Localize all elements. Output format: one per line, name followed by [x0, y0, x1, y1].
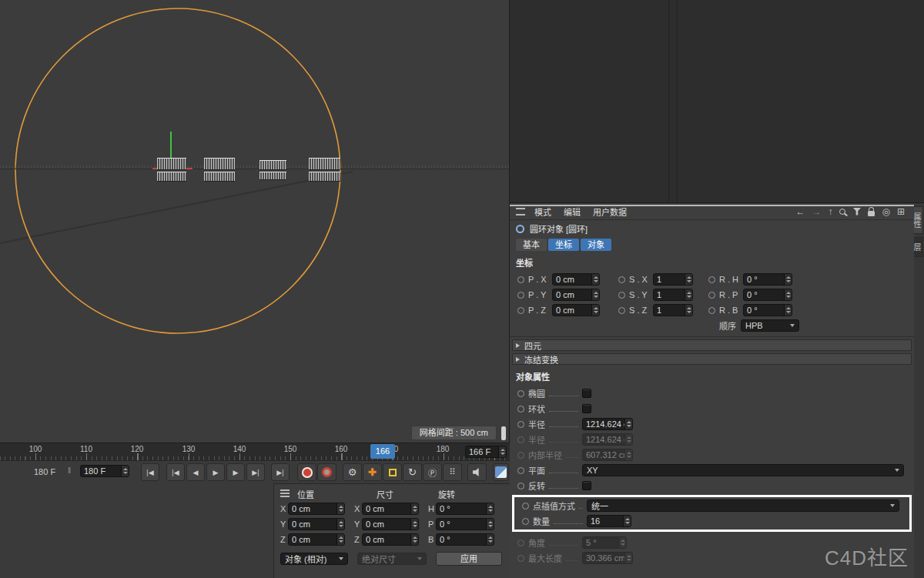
forward-arrow-icon[interactable]: →: [812, 207, 821, 216]
lock-icon[interactable]: [868, 211, 875, 216]
record-circle-icon[interactable]: [517, 292, 524, 299]
timeline-ruler[interactable]: 100 110 120 130 140 150 160 170 180 166 …: [0, 443, 510, 460]
spinner[interactable]: [591, 289, 599, 300]
record-scale-toggle[interactable]: [383, 463, 402, 481]
record-circle-icon[interactable]: [517, 307, 524, 314]
play-button[interactable]: ▶: [206, 463, 225, 481]
scene-object[interactable]: [204, 158, 235, 182]
coord-mode-select[interactable]: 对象 (相对): [280, 553, 348, 565]
record-circle-icon[interactable]: [522, 503, 529, 510]
record-circle-icon[interactable]: [517, 406, 524, 413]
rotation-order-select[interactable]: HPB: [741, 319, 799, 332]
tab-object[interactable]: 对象: [581, 239, 611, 251]
plane-select[interactable]: XY: [582, 464, 904, 476]
record-circle-icon[interactable]: [708, 292, 715, 299]
filter-icon[interactable]: [852, 208, 861, 215]
spinner[interactable]: [591, 305, 599, 316]
up-arrow-icon[interactable]: ↑: [828, 207, 832, 216]
size-z-field[interactable]: 0 cm: [362, 533, 419, 546]
tab-layers-vertical[interactable]: 层: [914, 237, 923, 257]
menu-mode[interactable]: 模式: [534, 205, 551, 218]
record-circle-icon[interactable]: [517, 467, 524, 474]
menu-edit[interactable]: 编辑: [564, 205, 581, 218]
record-position-toggle[interactable]: ✚: [363, 463, 382, 481]
reverse-checkbox[interactable]: [582, 481, 591, 490]
size-mode-select[interactable]: 绝对尺寸: [357, 553, 427, 565]
spinner[interactable]: [410, 503, 418, 514]
pz-field[interactable]: 0 cm: [552, 304, 600, 316]
record-circle-icon[interactable]: [708, 276, 715, 283]
size-y-field[interactable]: 0 cm: [362, 518, 419, 530]
record-circle-icon[interactable]: [618, 276, 625, 283]
playhead[interactable]: 166: [370, 444, 395, 459]
prev-frame-button[interactable]: ◀: [186, 463, 205, 481]
spinner[interactable]: [410, 519, 418, 530]
sy-field[interactable]: 1: [653, 289, 693, 301]
record-pla-toggle[interactable]: ⠿: [443, 463, 462, 481]
hamburger-icon[interactable]: [280, 489, 290, 497]
px-field[interactable]: 0 cm: [552, 273, 600, 286]
record-circle-icon[interactable]: [618, 292, 625, 299]
record-circle-icon[interactable]: [517, 276, 524, 283]
rotation-h-field[interactable]: 0 °: [436, 503, 494, 515]
current-frame-field[interactable]: 166 F: [465, 446, 507, 458]
scene-object[interactable]: [259, 160, 286, 180]
ring-checkbox[interactable]: [582, 404, 591, 413]
record-circle-icon[interactable]: [708, 307, 715, 314]
spinner[interactable]: [784, 274, 792, 285]
prev-key-button[interactable]: |◀: [166, 463, 185, 481]
size-x-field[interactable]: 0 cm: [362, 503, 419, 515]
spinner[interactable]: [410, 534, 418, 545]
spinner[interactable]: [486, 519, 494, 530]
record-circle-icon[interactable]: [517, 390, 524, 397]
sound-toggle-button[interactable]: [467, 463, 487, 481]
record-circle-icon[interactable]: [517, 421, 524, 428]
interpolation-select[interactable]: 统一: [587, 499, 899, 512]
sz-field[interactable]: 1: [653, 304, 693, 316]
section-quaternion[interactable]: 四元: [512, 339, 912, 351]
next-frame-button[interactable]: ▶: [226, 463, 245, 481]
object-manager-panel[interactable]: [510, 0, 924, 203]
search-icon[interactable]: [839, 209, 845, 215]
rb-field[interactable]: 0 °: [743, 304, 792, 316]
apply-button[interactable]: 应用: [436, 552, 502, 566]
tab-attributes-vertical[interactable]: 属性: [914, 206, 923, 234]
spinner[interactable]: [685, 274, 692, 285]
record-keyframe-button[interactable]: [297, 463, 316, 481]
scrollbar-thumb[interactable]: [501, 426, 506, 440]
goto-end-button[interactable]: ▶|: [271, 463, 290, 481]
spinner[interactable]: [784, 289, 792, 300]
keyframe-selection-button[interactable]: ⚙: [343, 463, 362, 481]
sx-field[interactable]: 1: [653, 273, 693, 286]
record-parameter-toggle[interactable]: Ⓟ: [423, 463, 442, 481]
py-field[interactable]: 0 cm: [552, 289, 600, 301]
spinner[interactable]: [336, 534, 344, 545]
goto-start-button[interactable]: |◀: [141, 463, 159, 481]
radius-field[interactable]: 1214.624 c: [582, 418, 633, 430]
rp-field[interactable]: 0 °: [743, 289, 792, 301]
spinner[interactable]: [486, 503, 494, 514]
y-axis-handle[interactable]: [170, 132, 172, 160]
position-y-field[interactable]: 0 cm: [288, 518, 345, 530]
spinner[interactable]: [336, 503, 344, 514]
blue-tool-button[interactable]: [493, 463, 509, 481]
rotation-b-field[interactable]: 0 °: [436, 533, 494, 546]
add-panel-icon[interactable]: ⊞: [897, 207, 905, 216]
rotation-p-field[interactable]: 0 °: [436, 518, 494, 530]
target-icon[interactable]: ◎: [882, 207, 889, 216]
section-freeze-transform[interactable]: 冻结变换: [512, 353, 912, 365]
scene-object[interactable]: [157, 158, 186, 182]
position-z-field[interactable]: 0 cm: [288, 533, 345, 546]
ellipse-checkbox[interactable]: [582, 389, 591, 398]
back-arrow-icon[interactable]: ←: [795, 207, 805, 216]
tab-basic[interactable]: 基本: [516, 239, 547, 251]
spinner[interactable]: [121, 466, 129, 476]
record-rotation-toggle[interactable]: ↻: [403, 463, 422, 481]
spinner[interactable]: [685, 289, 692, 300]
menu-userdata[interactable]: 用户数据: [593, 205, 627, 218]
spinner[interactable]: [498, 446, 506, 457]
spinner[interactable]: [624, 419, 632, 429]
spinner[interactable]: [623, 516, 631, 526]
record-circle-icon[interactable]: [522, 518, 529, 525]
record-circle-icon[interactable]: [517, 483, 524, 489]
